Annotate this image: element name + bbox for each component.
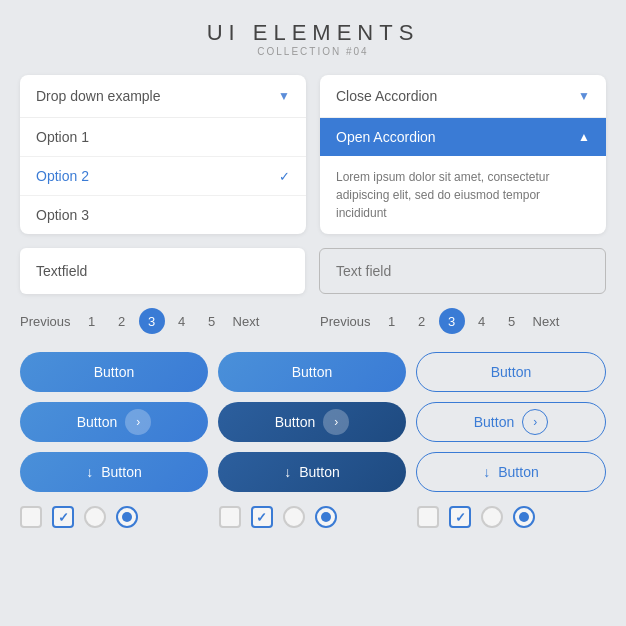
button-3-2-label: Button xyxy=(299,464,339,480)
pagination-2-page-5[interactable]: 5 xyxy=(499,308,525,334)
dropdown-option-2[interactable]: Option 2 ✓ xyxy=(20,157,306,196)
button-1-1[interactable]: Button xyxy=(20,352,208,392)
checkmark-icon-3: ✓ xyxy=(455,510,466,525)
pagination-2-page-1[interactable]: 1 xyxy=(379,308,405,334)
button-1-3-label: Button xyxy=(491,364,531,380)
button-row-1: Button Button Button xyxy=(20,352,606,392)
fields-row xyxy=(20,248,606,294)
down-arrow-icon-2: ↓ xyxy=(284,464,291,480)
button-1-2[interactable]: Button xyxy=(218,352,406,392)
button-3-2[interactable]: ↓ Button xyxy=(218,452,406,492)
dropdown-label: Drop down example xyxy=(36,88,161,104)
pagination-row: Previous 1 2 3 4 5 Next Previous 1 2 3 4… xyxy=(20,308,606,334)
checkbox-1-unchecked[interactable] xyxy=(20,506,42,528)
radio-dot-2 xyxy=(321,512,331,522)
pagination-2-prev[interactable]: Previous xyxy=(320,314,371,329)
button-3-1[interactable]: ↓ Button xyxy=(20,452,208,492)
dropdown-option-3-label: Option 3 xyxy=(36,207,89,223)
radio-3-unchecked[interactable] xyxy=(481,506,503,528)
dropdown-panel: Drop down example ▼ Option 1 Option 2 ✓ … xyxy=(20,75,306,234)
pagination-1-page-3[interactable]: 3 xyxy=(139,308,165,334)
checkbox-1-checked[interactable]: ✓ xyxy=(52,506,74,528)
textfield-plain[interactable] xyxy=(20,248,305,294)
pagination-1-prev[interactable]: Previous xyxy=(20,314,71,329)
down-arrow-icon-3: ↓ xyxy=(483,464,490,480)
button-3-3-label: Button xyxy=(498,464,538,480)
accordion-open-label: Open Accordion xyxy=(336,129,436,145)
radio-1-checked[interactable] xyxy=(116,506,138,528)
dropdown-option-1-label: Option 1 xyxy=(36,129,89,145)
radio-3-checked[interactable] xyxy=(513,506,535,528)
controls-group-2: ✓ xyxy=(219,506,408,528)
pagination-1-page-2[interactable]: 2 xyxy=(109,308,135,334)
pagination-1-page-5[interactable]: 5 xyxy=(199,308,225,334)
main-content: Drop down example ▼ Option 1 Option 2 ✓ … xyxy=(20,75,606,528)
page-header: UI ELEMENTS COLLECTION #04 xyxy=(207,20,420,57)
controls-row: ✓ ✓ ✓ xyxy=(20,506,606,528)
pagination-2-page-3[interactable]: 3 xyxy=(439,308,465,334)
button-row-2: Button › Button › Button › xyxy=(20,402,606,442)
button-2-3[interactable]: Button › xyxy=(416,402,606,442)
dropdown-option-3[interactable]: Option 3 xyxy=(20,196,306,234)
arrow-right-icon-2: › xyxy=(323,409,349,435)
checkbox-2-unchecked[interactable] xyxy=(219,506,241,528)
button-1-3[interactable]: Button xyxy=(416,352,606,392)
accordion-open-header[interactable]: Open Accordion ▲ xyxy=(320,118,606,156)
controls-group-1: ✓ xyxy=(20,506,209,528)
button-row-3: ↓ Button ↓ Button ↓ Button xyxy=(20,452,606,492)
arrow-right-icon-1: › xyxy=(125,409,151,435)
pagination-2-next[interactable]: Next xyxy=(533,314,560,329)
page-subtitle: COLLECTION #04 xyxy=(207,46,420,57)
accordion-body-text: Lorem ipsum dolor sit amet, consectetur … xyxy=(336,170,549,220)
page-title: UI ELEMENTS xyxy=(207,20,420,46)
button-1-2-label: Button xyxy=(292,364,332,380)
checkbox-3-checked[interactable]: ✓ xyxy=(449,506,471,528)
accordion-close-arrow-icon: ▼ xyxy=(578,89,590,103)
pagination-1-page-4[interactable]: 4 xyxy=(169,308,195,334)
checkmark-icon: ✓ xyxy=(279,169,290,184)
checkmark-icon-1: ✓ xyxy=(58,510,69,525)
button-2-2[interactable]: Button › xyxy=(218,402,406,442)
radio-1-unchecked[interactable] xyxy=(84,506,106,528)
checkbox-3-unchecked[interactable] xyxy=(417,506,439,528)
button-1-1-label: Button xyxy=(94,364,134,380)
button-3-1-label: Button xyxy=(101,464,141,480)
button-2-1[interactable]: Button › xyxy=(20,402,208,442)
controls-group-3: ✓ xyxy=(417,506,606,528)
pagination-1: Previous 1 2 3 4 5 Next xyxy=(20,308,306,334)
arrow-right-icon-3: › xyxy=(522,409,548,435)
radio-dot-1 xyxy=(122,512,132,522)
checkmark-icon-2: ✓ xyxy=(256,510,267,525)
checkbox-2-checked[interactable]: ✓ xyxy=(251,506,273,528)
buttons-section: Button Button Button Button › Button › B… xyxy=(20,352,606,492)
dropdown-option-2-label: Option 2 xyxy=(36,168,89,184)
radio-dot-3 xyxy=(519,512,529,522)
pagination-1-page-1[interactable]: 1 xyxy=(79,308,105,334)
pagination-1-next[interactable]: Next xyxy=(233,314,260,329)
radio-2-checked[interactable] xyxy=(315,506,337,528)
button-2-1-label: Button xyxy=(77,414,117,430)
dropdown-arrow-icon: ▼ xyxy=(278,89,290,103)
accordion-close-label: Close Accordion xyxy=(336,88,437,104)
button-3-3[interactable]: ↓ Button xyxy=(416,452,606,492)
button-2-2-label: Button xyxy=(275,414,315,430)
dropdown-option-1[interactable]: Option 1 xyxy=(20,118,306,157)
accordion-panel: Close Accordion ▼ Open Accordion ▲ Lorem… xyxy=(320,75,606,234)
top-row: Drop down example ▼ Option 1 Option 2 ✓ … xyxy=(20,75,606,234)
accordion-open-arrow-icon: ▲ xyxy=(578,130,590,144)
accordion-close-header[interactable]: Close Accordion ▼ xyxy=(320,75,606,118)
pagination-2: Previous 1 2 3 4 5 Next xyxy=(320,308,606,334)
dropdown-header[interactable]: Drop down example ▼ xyxy=(20,75,306,118)
button-2-3-label: Button xyxy=(474,414,514,430)
accordion-body: Lorem ipsum dolor sit amet, consectetur … xyxy=(320,156,606,234)
down-arrow-icon-1: ↓ xyxy=(86,464,93,480)
textfield-outlined[interactable] xyxy=(319,248,606,294)
pagination-2-page-4[interactable]: 4 xyxy=(469,308,495,334)
pagination-2-page-2[interactable]: 2 xyxy=(409,308,435,334)
radio-2-unchecked[interactable] xyxy=(283,506,305,528)
